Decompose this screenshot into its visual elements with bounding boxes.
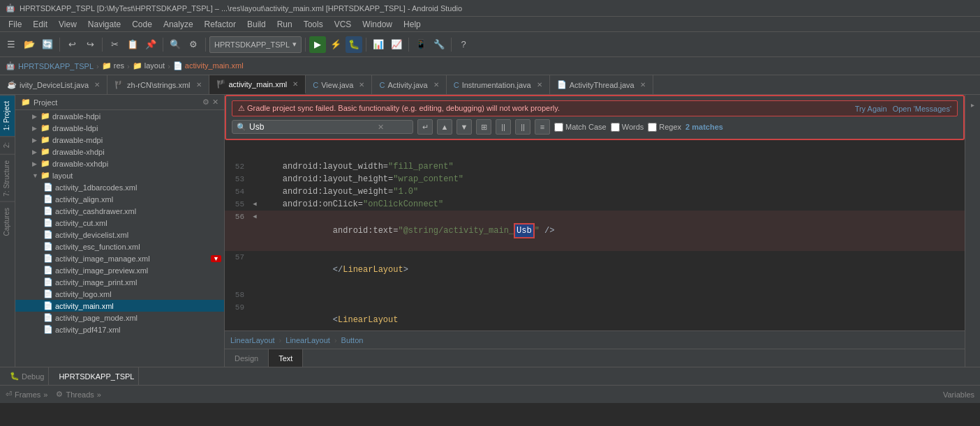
nav-file[interactable]: 📄 activity_main.xml (173, 61, 244, 70)
tree-item-img-preview[interactable]: 📄 activity_image_preview.xml (15, 264, 224, 276)
menu-build[interactable]: Build (242, 18, 272, 31)
tree-item-img-print[interactable]: 📄 activity_image_print.xml (15, 276, 224, 288)
menu-vcs[interactable]: VCS (329, 18, 357, 31)
expand-arrow-layout[interactable]: ▼ (32, 172, 40, 179)
toolbar-copy-btn[interactable]: 📋 (124, 36, 141, 53)
tab-strings[interactable]: 🏴 zh-rCN\strings.xml ✕ (107, 75, 209, 94)
tree-item-img-manage[interactable]: 📄 activity_image_manage.xml ▼ (15, 252, 224, 264)
breadcrumb-linearlayout-2[interactable]: LinearLayout (285, 336, 330, 344)
fold-arrow-56[interactable]: ◀ (253, 211, 256, 223)
search-findall-btn[interactable]: ⊞ (476, 119, 491, 135)
tree-item-esc[interactable]: 📄 activity_esc_function.xml (15, 241, 224, 252)
expand-arrow-xhdpi[interactable]: ▶ (32, 149, 40, 155)
menu-run[interactable]: Run (272, 18, 298, 31)
menu-navigate[interactable]: Navigate (82, 18, 126, 31)
tree-item-drawable-xhdpi[interactable]: ▶ 📁 drawable-xhdpi (15, 146, 224, 158)
nav-project[interactable]: HPRTSDKAPP_TSPL (18, 62, 94, 70)
right-sidebar-btn[interactable]: ▸ (966, 98, 980, 112)
debug-tab-project[interactable]: HPRTSDKAPP_TSPL (54, 367, 139, 385)
tab-close-3[interactable]: ✕ (292, 80, 298, 88)
toolbar-avd-btn[interactable]: 📱 (413, 36, 429, 53)
tree-item-drawable-mdpi[interactable]: ▶ 📁 drawable-mdpi (15, 134, 224, 146)
tab-close-6[interactable]: ✕ (537, 81, 542, 89)
tree-item-logo[interactable]: 📄 activity_logo.xml (15, 288, 224, 300)
menu-analyze[interactable]: Analyze (158, 18, 199, 31)
menu-help[interactable]: Help (398, 18, 426, 31)
fold-arrow-55[interactable]: ◀ (253, 198, 256, 211)
search-option1-btn[interactable]: || (496, 119, 511, 135)
breadcrumb-linearlayout-1[interactable]: LinearLayout (230, 336, 275, 344)
menu-window[interactable]: Window (357, 18, 398, 31)
words-checkbox[interactable] (611, 123, 620, 132)
menu-refactor[interactable]: Refactor (199, 18, 242, 31)
expand-arrow-mdpi[interactable]: ▶ (32, 137, 40, 144)
tree-item-cut[interactable]: 📄 activity_cut.xml (15, 217, 224, 229)
sidebar-item-unknown[interactable]: 2: (0, 136, 15, 153)
search-regex-option[interactable]: Regex (648, 123, 681, 132)
open-messages-link[interactable]: Open 'Messages' (893, 105, 951, 113)
toolbar-sdk-btn[interactable]: 🔧 (431, 36, 447, 53)
tree-item-devicelist[interactable]: 📄 activity_devicelist.xml (15, 229, 224, 241)
search-enter-btn[interactable]: ↵ (417, 119, 433, 135)
tab-close-4[interactable]: ✕ (359, 81, 364, 89)
search-next-btn[interactable]: ▼ (456, 119, 472, 135)
tree-item-drawable-hdpi[interactable]: ▶ 📁 drawable-hdpi (15, 110, 224, 122)
toolbar-coverage-btn[interactable]: 📊 (370, 36, 387, 53)
tree-item-1dbarcode[interactable]: 📄 activity_1dbarcodes.xml (15, 181, 224, 193)
tree-item-page-mode[interactable]: 📄 activity_page_mode.xml (15, 312, 224, 324)
tree-item-pdf417[interactable]: 📄 activity_pdf417.xml (15, 324, 224, 335)
toolbar-profile-btn[interactable]: 📈 (388, 36, 405, 53)
toolbar-undo-btn[interactable]: ↩ (64, 36, 80, 53)
debug-button[interactable]: 🐛 (346, 36, 362, 53)
project-settings-icon[interactable]: ⚙ (202, 98, 209, 107)
expand-arrow-hdpi[interactable]: ▶ (32, 113, 40, 120)
toolbar-paste-btn[interactable]: 📌 (142, 36, 159, 53)
search-option2-btn[interactable]: || (515, 119, 530, 135)
matchcase-checkbox[interactable] (554, 123, 563, 132)
expand-arrow-ldpi[interactable]: ▶ (32, 125, 40, 132)
menu-edit[interactable]: Edit (27, 18, 53, 31)
toolbar-open-btn[interactable]: 📂 (21, 36, 38, 53)
tab-close-2[interactable]: ✕ (196, 81, 202, 89)
tab-view[interactable]: C View.java ✕ (306, 75, 372, 94)
debug-tab-debug[interactable]: 🐛 Debug (6, 367, 49, 385)
toolbar-run-config-btn[interactable]: ⚡ (327, 36, 344, 53)
regex-checkbox[interactable] (648, 123, 657, 132)
try-again-link[interactable]: Try Again (855, 105, 887, 113)
tab-close-7[interactable]: ✕ (640, 81, 646, 89)
sidebar-item-structure[interactable]: 7: Structure (0, 154, 15, 202)
tab-activity[interactable]: C Activity.java ✕ (372, 75, 446, 94)
sidebar-item-captures[interactable]: Captures (0, 201, 15, 242)
search-prev-btn[interactable]: ▲ (437, 119, 452, 135)
tree-item-cashdrawer[interactable]: 📄 activity_cashdrawer.xml (15, 205, 224, 217)
status-variables[interactable]: Variables (943, 390, 974, 399)
expand-arrow-xxhdpi[interactable]: ▶ (32, 160, 40, 167)
menu-view[interactable]: View (53, 18, 82, 31)
tab-design[interactable]: Design (225, 349, 269, 367)
toolbar-settings-btn[interactable]: ⚙ (185, 36, 202, 53)
breadcrumb-button[interactable]: Button (341, 336, 364, 344)
tree-item-main[interactable]: 📄 activity_main.xml (15, 300, 224, 312)
project-close-icon[interactable]: ✕ (212, 98, 218, 107)
tree-item-drawable-xxhdpi[interactable]: ▶ 📁 drawable-xxhdpi (15, 158, 224, 169)
toolbar-help-btn[interactable]: ? (455, 36, 472, 53)
search-filter-btn[interactable]: ≡ (535, 119, 550, 135)
tab-text[interactable]: Text (269, 349, 303, 367)
tree-item-drawable-ldpi[interactable]: ▶ 📁 drawable-ldpi (15, 122, 224, 134)
sidebar-item-project[interactable]: 1: Project (0, 95, 15, 136)
menu-tools[interactable]: Tools (298, 18, 329, 31)
toolbar-menu-btn[interactable]: ☰ (3, 36, 20, 53)
tab-activity-main[interactable]: 🏴 activity_main.xml ✕ (209, 75, 306, 94)
search-input[interactable] (249, 122, 375, 132)
tab-devicelist[interactable]: ☕ ivity_DeviceList.java ✕ (0, 75, 107, 94)
nav-res[interactable]: 📁 res (102, 61, 124, 70)
tab-close-1[interactable]: ✕ (94, 81, 100, 89)
tree-item-align[interactable]: 📄 activity_align.xml (15, 193, 224, 205)
status-frames[interactable]: ⏎ Frames » (6, 390, 47, 399)
menu-file[interactable]: File (3, 18, 27, 31)
tab-activitythread[interactable]: 📄 ActivityThread.java ✕ (550, 75, 653, 94)
tree-item-layout[interactable]: ▼ 📁 layout (15, 169, 224, 181)
status-threads[interactable]: ⚙ Threads » (56, 390, 101, 399)
search-matchcase-option[interactable]: Match Case (554, 123, 607, 132)
menu-code[interactable]: Code (126, 18, 158, 31)
